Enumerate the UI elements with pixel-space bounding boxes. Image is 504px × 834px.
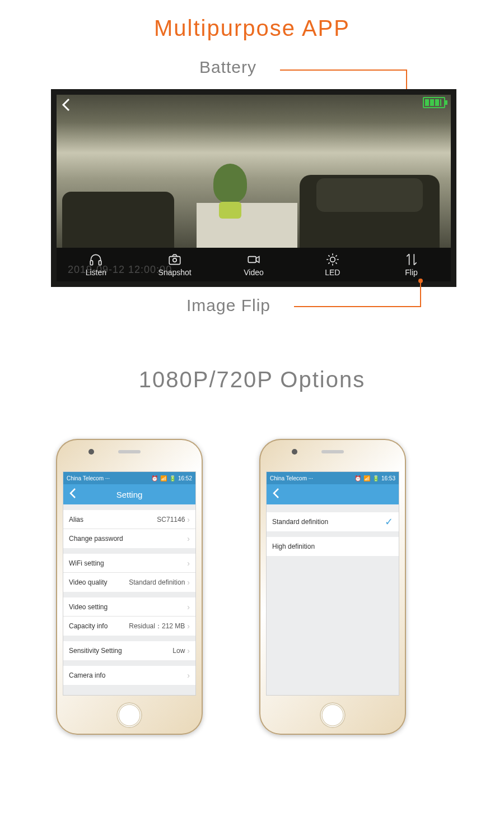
- alarm-icon: ⏰: [354, 475, 361, 481]
- settings-appbar: Setting: [63, 484, 195, 504]
- flip-label: Flip: [405, 268, 418, 277]
- video-setting-row[interactable]: Video setting ›: [63, 597, 195, 617]
- wifi-setting-label: WiFi setting: [69, 559, 104, 567]
- video-label: Video: [244, 268, 264, 277]
- resolution-section-title: 1080P/720P Options: [0, 367, 504, 392]
- sensitivity-row[interactable]: Sensitivity Setting Low›: [63, 641, 195, 660]
- led-label: LED: [325, 268, 340, 277]
- alias-value: SC71146: [157, 516, 185, 523]
- camera-info-row[interactable]: Camera info ›: [63, 666, 195, 685]
- lightbulb-icon: [325, 252, 340, 267]
- svg-rect-2: [169, 257, 180, 265]
- phone-front-camera: [88, 449, 94, 455]
- alias-row[interactable]: Alias SC71146›: [63, 510, 195, 529]
- headphones-icon: [88, 252, 103, 267]
- scene-table: [197, 203, 297, 248]
- change-password-label: Change password: [69, 535, 123, 543]
- chevron-right-icon: ›: [187, 603, 190, 611]
- video-quality-row[interactable]: Video quality Standard definition›: [63, 573, 195, 592]
- chevron-right-icon: ›: [187, 622, 190, 631]
- callout-flip-line-v: [420, 282, 421, 307]
- flip-button[interactable]: Flip: [381, 252, 442, 277]
- callout-flip-line-h: [294, 306, 420, 307]
- alarm-icon: ⏰: [151, 475, 158, 481]
- battery-icon: [423, 97, 445, 108]
- main-title: Multipurpose APP: [0, 16, 504, 41]
- resolution-appbar: [267, 484, 399, 504]
- battery-status-icon: 🔋: [372, 475, 379, 481]
- scene-sofa-left: [62, 192, 174, 248]
- status-bar: China Telecom ··· ⏰ 📶 🔋 16:53: [267, 472, 399, 484]
- high-definition-row[interactable]: High definition: [267, 537, 399, 556]
- change-password-row[interactable]: Change password ›: [63, 529, 195, 548]
- resolution-screen: China Telecom ··· ⏰ 📶 🔋 16:53 Standard d…: [266, 471, 399, 696]
- chevron-right-icon: ›: [187, 578, 190, 587]
- led-button[interactable]: LED: [302, 252, 363, 277]
- battery-status-icon: 🔋: [169, 475, 176, 481]
- status-time: 16:53: [381, 475, 395, 481]
- callout-battery-line-h: [280, 70, 406, 71]
- wifi-setting-row[interactable]: WiFi setting ›: [63, 554, 195, 573]
- video-setting-label: Video setting: [69, 603, 108, 611]
- svg-point-5: [330, 257, 335, 262]
- chevron-right-icon: ›: [187, 671, 190, 680]
- carrier-label: China Telecom ···: [67, 475, 110, 481]
- scene-sofa-right: [300, 175, 440, 248]
- standard-definition-row[interactable]: Standard definition ✓: [267, 512, 399, 531]
- capacity-label: Capacity info: [69, 622, 108, 630]
- flip-callout-label: Image Flip: [186, 296, 270, 315]
- chevron-right-icon: ›: [187, 559, 190, 568]
- camera-info-label: Camera info: [69, 671, 105, 679]
- settings-back-button[interactable]: [69, 488, 77, 502]
- chevron-right-icon: ›: [187, 534, 190, 543]
- capacity-row[interactable]: Capacity info Residual：212 MB›: [63, 617, 195, 636]
- video-quality-label: Video quality: [69, 578, 108, 586]
- snapshot-label: Snapshot: [158, 268, 192, 277]
- status-bar: China Telecom ··· ⏰ 📶 🔋 16:52: [63, 472, 195, 484]
- sensitivity-label: Sensitivity Setting: [69, 647, 122, 655]
- battery-fill: [425, 99, 441, 106]
- capacity-value: Residual：212 MB: [129, 622, 185, 631]
- phone-mock-settings: China Telecom ··· ⏰ 📶 🔋 16:52 Setting Al…: [56, 439, 203, 735]
- sensitivity-value: Low: [172, 647, 185, 655]
- phone-front-camera: [292, 449, 297, 455]
- camera-scene: [57, 95, 451, 248]
- viewer-toolbar: Listen Snapshot Video LED Flip: [57, 248, 451, 281]
- callout-flip-dot: [418, 279, 423, 283]
- scene-plant: [213, 164, 247, 203]
- resolution-list: Standard definition ✓ High definition: [267, 512, 399, 556]
- flip-icon: [404, 252, 419, 267]
- camera-icon: [167, 252, 182, 267]
- svg-rect-4: [248, 257, 256, 263]
- snapshot-button[interactable]: Snapshot: [144, 252, 206, 277]
- video-icon: [246, 252, 261, 267]
- camera-live-view: 2019-09-12 12:00:00 Listen Snapshot Vide…: [51, 89, 456, 287]
- wifi-icon: 📶: [363, 475, 370, 481]
- video-button[interactable]: Video: [223, 252, 284, 277]
- phone-mock-resolution: China Telecom ··· ⏰ 📶 🔋 16:53 Standard d…: [259, 439, 406, 735]
- viewer-back-button[interactable]: [61, 97, 72, 117]
- svg-point-3: [173, 258, 177, 262]
- battery-callout-label: Battery: [199, 58, 256, 77]
- svg-rect-1: [99, 261, 101, 265]
- status-time: 16:52: [178, 475, 192, 481]
- chevron-right-icon: ›: [187, 515, 190, 524]
- alias-label: Alias: [69, 516, 83, 523]
- resolution-back-button[interactable]: [272, 488, 280, 502]
- standard-definition-label: Standard definition: [272, 518, 328, 526]
- listen-label: Listen: [86, 268, 106, 277]
- chevron-right-icon: ›: [187, 646, 190, 655]
- settings-title: Setting: [63, 490, 195, 499]
- carrier-label: China Telecom ···: [270, 475, 313, 481]
- listen-button[interactable]: Listen: [65, 252, 127, 277]
- svg-rect-0: [91, 261, 93, 265]
- check-icon: ✓: [385, 516, 393, 528]
- high-definition-label: High definition: [272, 543, 315, 550]
- settings-list: Alias SC71146› Change password › WiFi se…: [63, 510, 195, 685]
- video-quality-value: Standard definition: [129, 578, 185, 586]
- settings-screen: China Telecom ··· ⏰ 📶 🔋 16:52 Setting Al…: [63, 471, 196, 696]
- wifi-icon: 📶: [160, 475, 167, 481]
